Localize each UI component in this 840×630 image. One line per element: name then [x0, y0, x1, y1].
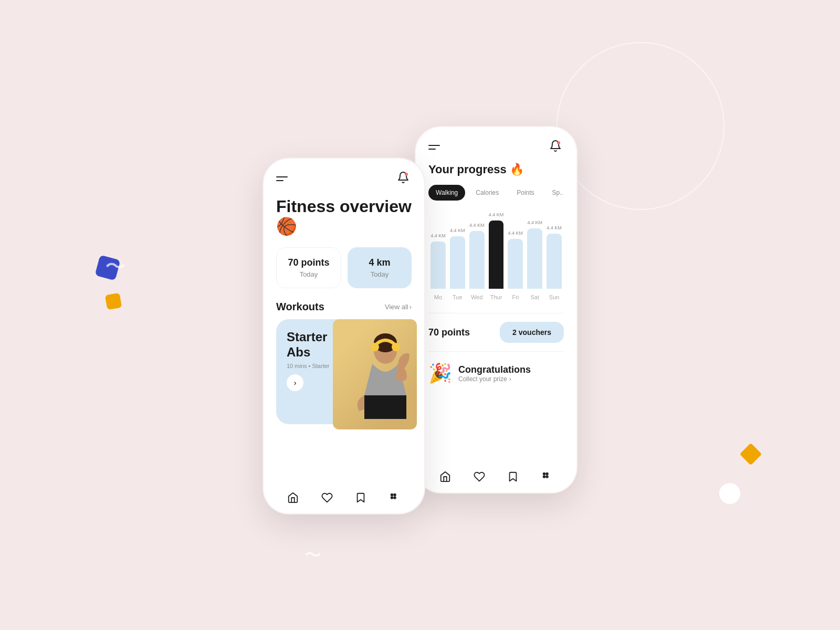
grid-nav-icon[interactable]: [387, 490, 402, 505]
bar-label-top: 4.4 KM: [450, 228, 465, 233]
phone2-content: Your progress 🔥 Walking Calories Points …: [416, 163, 576, 393]
chart-bars: 4.4 KMMo4.4 KMTue4.4 KMWed4.4 KMThur4.4 …: [428, 216, 564, 300]
bar-group-sat: 4.4 KMSat: [527, 220, 542, 300]
deco-yellow-square: [105, 293, 122, 310]
workouts-section-header: Workouts View all ›: [276, 301, 412, 313]
svg-point-13: [546, 476, 548, 478]
bar-day: Thur: [490, 294, 502, 300]
deco-squiggle-bottom: 〜: [304, 544, 321, 567]
bar-thur: [489, 220, 504, 289]
chart-container: 4.4 KMMo4.4 KMTue4.4 KMWed4.4 KMThur4.4 …: [428, 211, 564, 311]
svg-point-7: [391, 497, 393, 499]
distance-card: 4 km Today: [348, 247, 412, 288]
points-vouchers-row: 70 points 2 vouchers: [428, 322, 564, 343]
home-nav-icon-2[interactable]: [438, 469, 453, 484]
tab-calories[interactable]: Calories: [468, 185, 506, 201]
tab-speed[interactable]: Sp...: [545, 185, 564, 201]
divider-2: [428, 351, 564, 352]
bar-day: Sun: [549, 294, 560, 300]
bar-group-thur: 4.4 KMThur: [489, 212, 504, 300]
bar-label-top: 4.4 KM: [527, 220, 542, 225]
points-label: Today: [300, 270, 318, 278]
bar-day: Fri: [512, 294, 519, 300]
phone2-bottom-nav: [416, 461, 576, 492]
bar-day: Wed: [471, 294, 482, 300]
svg-point-9: [557, 141, 560, 144]
tabs-row: Walking Calories Points Sp...: [428, 185, 564, 201]
bookmark-nav-icon-2[interactable]: [506, 469, 520, 484]
bar-sat: [527, 228, 542, 289]
bar-group-mo: 4.4 KMMo: [430, 233, 446, 300]
phones-container: Fitness overview 🏀 70 points Today 4 km …: [262, 126, 578, 514]
phone1-header: [264, 159, 424, 186]
svg-point-11: [546, 473, 548, 475]
tab-walking[interactable]: Walking: [428, 185, 465, 201]
grid-nav-icon-2[interactable]: [540, 469, 554, 484]
page-title: Fitness overview 🏀: [276, 196, 412, 237]
svg-point-5: [391, 494, 393, 496]
home-nav-icon[interactable]: [286, 490, 300, 505]
svg-point-3: [371, 343, 379, 351]
svg-point-10: [543, 473, 545, 475]
menu-icon-2[interactable]: [428, 145, 440, 150]
svg-point-6: [394, 494, 396, 496]
divider: [428, 313, 564, 313]
bar-mo: [430, 242, 446, 289]
bar-wed: [469, 231, 485, 289]
menu-icon[interactable]: [276, 176, 288, 181]
bar-label-top: 4.4 KM: [489, 212, 504, 217]
phone-progress: Your progress 🔥 Walking Calories Points …: [415, 126, 578, 494]
view-all-button[interactable]: View all ›: [385, 303, 412, 311]
bookmark-nav-icon[interactable]: [353, 490, 368, 505]
notification-icon-2[interactable]: [549, 140, 564, 154]
stats-row: 70 points Today 4 km Today: [276, 247, 412, 288]
workout-arrow-button[interactable]: ›: [287, 374, 303, 391]
phone1-bottom-nav: [264, 482, 424, 513]
distance-label: Today: [371, 270, 389, 278]
deco-yellow-diamond: [740, 443, 762, 465]
svg-point-0: [405, 173, 408, 176]
athlete-image: [333, 319, 417, 429]
svg-point-8: [394, 497, 396, 499]
vouchers-button[interactable]: 2 vouchers: [500, 322, 564, 343]
bar-group-tue: 4.4 KMTue: [450, 228, 465, 300]
progress-title: Your progress 🔥: [428, 163, 564, 176]
congrats-subtitle[interactable]: Collect your prize ›: [458, 375, 531, 383]
deco-squiggle-left: 〜: [105, 252, 126, 281]
phone1-content: Fitness overview 🏀 70 points Today 4 km …: [264, 196, 424, 424]
congrats-card: 🎉 Congratulations Collect your prize ›: [428, 354, 564, 393]
distance-value: 4 km: [369, 257, 390, 268]
bar-day: Mo: [434, 294, 442, 300]
congrats-title: Congratulations: [458, 364, 531, 375]
points-value: 70 points: [288, 257, 329, 268]
bar-label-top: 4.4 KM: [547, 225, 562, 230]
bar-label-top: 4.4 KM: [430, 233, 446, 238]
points-card: 70 points Today: [276, 247, 341, 288]
bar-sun: [547, 234, 562, 289]
workout-card[interactable]: StarterAbs 10 mins • Starter › 〜 ∿: [276, 319, 412, 424]
heart-nav-icon-2[interactable]: [472, 469, 487, 484]
bar-label-top: 4.4 KM: [469, 223, 485, 228]
congrats-emoji: 🎉: [428, 362, 452, 384]
bar-label-top: 4.4 KM: [508, 230, 523, 236]
phone2-header: [416, 127, 576, 154]
bar-tue: [450, 236, 465, 289]
workouts-title: Workouts: [276, 301, 324, 313]
heart-nav-icon[interactable]: [320, 490, 334, 505]
bar-day: Tue: [453, 294, 463, 300]
bar-day: Sat: [530, 294, 539, 300]
bar-fri: [508, 239, 523, 289]
deco-circle: [556, 42, 724, 210]
notification-icon[interactable]: [397, 171, 412, 186]
bar-group-sun: 4.4 KMSun: [547, 225, 562, 300]
points-total: 70 points: [428, 327, 470, 338]
phone-fitness-overview: Fitness overview 🏀 70 points Today 4 km …: [262, 158, 425, 514]
bar-group-wed: 4.4 KMWed: [469, 223, 485, 300]
svg-point-4: [392, 343, 400, 351]
tab-points[interactable]: Points: [509, 185, 541, 201]
svg-point-12: [543, 476, 545, 478]
bar-group-fri: 4.4 KMFri: [508, 230, 523, 300]
congrats-text: Congratulations Collect your prize ›: [458, 364, 531, 383]
deco-circle-small: [719, 483, 740, 504]
